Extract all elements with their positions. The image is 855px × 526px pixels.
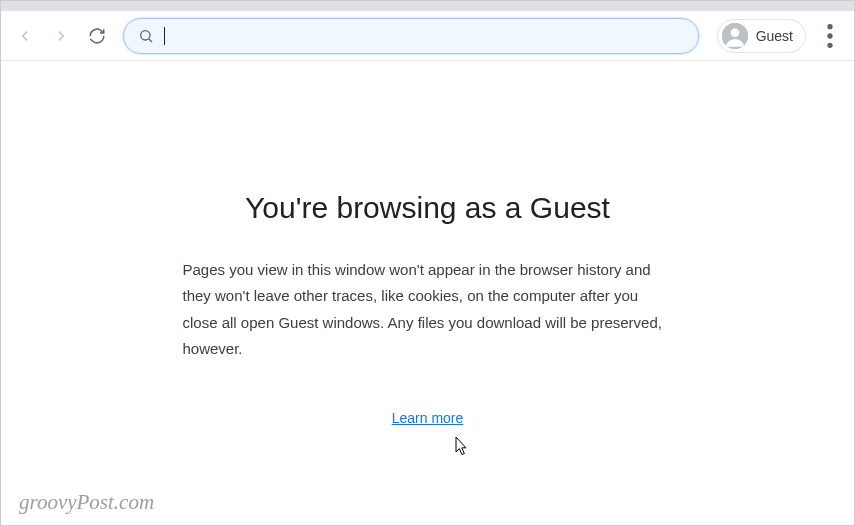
text-caret	[164, 27, 165, 45]
tabstrip: New Tab	[1, 1, 854, 11]
reload-button[interactable]	[81, 20, 113, 52]
page-title: You're browsing as a Guest	[1, 191, 854, 225]
profile-label: Guest	[756, 28, 793, 44]
avatar	[722, 23, 748, 49]
kebab-menu-button[interactable]	[814, 20, 846, 52]
forward-button[interactable]	[45, 20, 77, 52]
content-area: You're browsing as a Guest Pages you vie…	[1, 61, 854, 427]
address-input[interactable]	[175, 28, 684, 44]
svg-point-5	[827, 42, 832, 47]
toolbar: Guest	[1, 11, 854, 61]
svg-point-4	[827, 33, 832, 38]
back-button[interactable]	[9, 20, 41, 52]
svg-point-3	[827, 24, 832, 29]
profile-chip[interactable]: Guest	[717, 19, 806, 53]
learn-more-link[interactable]: Learn more	[392, 410, 464, 426]
omnibox[interactable]	[123, 18, 699, 54]
mouse-cursor-icon	[451, 435, 471, 463]
page-description: Pages you view in this window won't appe…	[183, 257, 673, 362]
svg-point-0	[141, 30, 150, 39]
svg-point-2	[730, 28, 739, 37]
search-icon	[138, 28, 154, 44]
watermark: groovyPost.com	[19, 490, 154, 515]
